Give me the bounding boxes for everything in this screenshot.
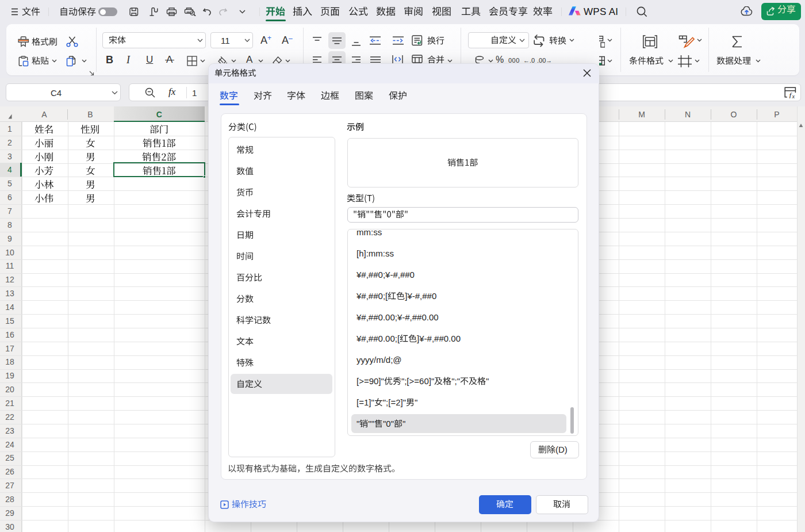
svg-text:x: x [792,93,795,99]
